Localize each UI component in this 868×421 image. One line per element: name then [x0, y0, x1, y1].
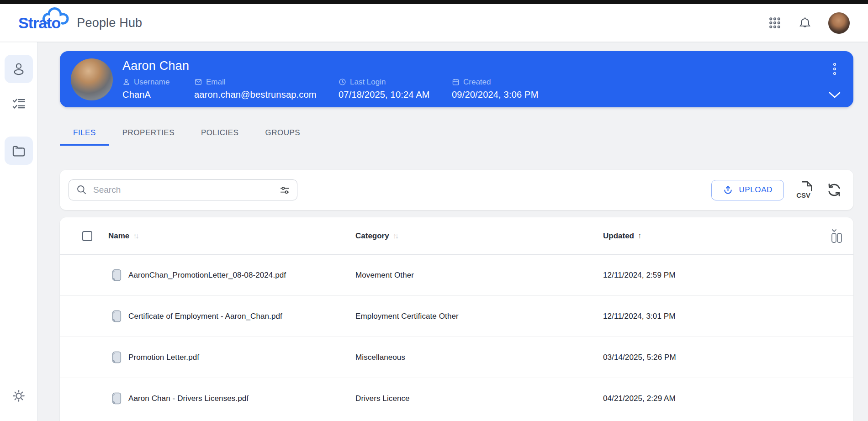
file-category: Employment Certificate Other: [355, 312, 603, 321]
page-title: People Hub: [77, 16, 142, 30]
file-updated: 12/11/2024, 3:01 PM: [603, 312, 675, 321]
page: Strato People Hub: [0, 0, 868, 421]
files-table: Name ↑↓ Category ↑↓ Updated ↑: [60, 217, 853, 421]
apps-grid-icon[interactable]: [768, 16, 782, 30]
settings-gear-icon[interactable]: [5, 382, 33, 410]
sort-icon[interactable]: ↑↓: [133, 232, 138, 240]
table-row[interactable]: Certificate of Employment - Aaron_Chan.p…: [60, 296, 853, 337]
account-avatar-image: [828, 12, 850, 34]
browser-top-strip: [0, 0, 868, 4]
tab[interactable]: GROUPS: [252, 122, 313, 146]
column-header-name[interactable]: Name: [108, 232, 129, 241]
sort-ascending-icon[interactable]: ↑: [638, 232, 642, 241]
app-header: Strato People Hub: [0, 4, 868, 42]
table-row[interactable]: AaronChan_PromotionLetter_08-08-2024.pdf…: [60, 255, 853, 296]
upload-label: UPLOAD: [739, 185, 773, 195]
user-avatar[interactable]: [828, 12, 850, 34]
file-category: Movement Other: [355, 271, 603, 280]
column-header-updated[interactable]: Updated: [603, 232, 634, 241]
strato-logo: Strato: [18, 14, 60, 32]
field-last-login: Last Login 07/18/2025, 10:24 AM: [339, 78, 452, 100]
file-updated: 04/21/2025, 2:29 AM: [603, 394, 676, 403]
file-name[interactable]: Promotion Letter.pdf: [128, 353, 199, 362]
sidebar-divider: [5, 129, 32, 129]
field-label: Created: [463, 78, 491, 87]
field-created: Created 09/20/2024, 3:06 PM: [452, 78, 539, 100]
table-row[interactable]: Promotion Letter.pdf Miscellaneous 03/14…: [60, 337, 853, 378]
file-updated: 12/11/2024, 2:59 PM: [603, 271, 675, 280]
file-category: Drivers Licence: [355, 394, 603, 403]
sidebar-item-checklist[interactable]: [5, 89, 33, 118]
file-name[interactable]: AaronChan_PromotionLetter_08-08-2024.pdf: [128, 271, 286, 280]
field-label: Username: [134, 78, 169, 87]
field-username: Username ChanA: [122, 78, 194, 100]
person-name: Aaron Chan: [122, 59, 539, 73]
brand-name: Strato: [18, 14, 60, 32]
document-icon: [111, 392, 122, 405]
table-body: AaronChan_PromotionLetter_08-08-2024.pdf…: [60, 255, 853, 419]
tab[interactable]: POLICIES: [188, 122, 252, 146]
field-label: Email: [206, 78, 226, 87]
upload-icon: [723, 185, 733, 195]
field-value: 09/20/2024, 3:06 PM: [452, 89, 539, 100]
field-value: 07/18/2025, 10:24 AM: [339, 89, 452, 100]
left-sidebar: [0, 42, 37, 421]
table-row[interactable]: Aaron Chan - Drivers Licenses.pdf Driver…: [60, 378, 853, 419]
clock-icon: [339, 78, 346, 86]
files-toolbar: UPLOAD CSV: [60, 170, 853, 210]
sort-icon[interactable]: ↑↓: [393, 232, 397, 240]
field-value: aaron.chan@bestrunsap.com: [194, 89, 339, 100]
search-box[interactable]: [69, 179, 297, 200]
tab-bar: FILES PROPERTIES POLICIES GROUPS: [60, 122, 853, 146]
profile-fields: Username ChanA Email aaron.chan@b: [122, 78, 539, 100]
select-all-checkbox[interactable]: [82, 231, 92, 241]
search-icon: [76, 184, 88, 196]
bell-icon[interactable]: [798, 16, 812, 30]
person-icon: [122, 78, 130, 86]
refresh-icon[interactable]: [826, 182, 842, 198]
file-updated: 03/14/2025, 5:26 PM: [603, 353, 676, 362]
calendar-icon: [452, 78, 460, 86]
file-name[interactable]: Certificate of Employment - Aaron_Chan.p…: [128, 312, 282, 321]
field-email: Email aaron.chan@bestrunsap.com: [194, 78, 339, 100]
main-content: Aaron Chan Username ChanA: [60, 42, 853, 421]
column-settings-icon[interactable]: [830, 228, 843, 244]
sidebar-item-files[interactable]: [5, 137, 33, 165]
document-icon: [111, 351, 122, 363]
search-input[interactable]: [93, 185, 279, 195]
field-value: ChanA: [122, 89, 194, 100]
file-name[interactable]: Aaron Chan - Drivers Licenses.pdf: [128, 394, 249, 403]
field-label: Last Login: [350, 78, 386, 87]
kebab-menu-icon[interactable]: [831, 62, 838, 78]
mail-icon: [194, 78, 202, 86]
tab[interactable]: FILES: [60, 122, 109, 146]
sidebar-item-people[interactable]: [5, 55, 33, 83]
export-csv-icon[interactable]: CSV: [796, 180, 814, 200]
profile-avatar: [71, 58, 113, 100]
file-category: Miscellaneous: [355, 353, 603, 362]
upload-button[interactable]: UPLOAD: [711, 180, 784, 200]
chevron-down-icon[interactable]: [828, 91, 842, 99]
table-header: Name ↑↓ Category ↑↓ Updated ↑: [60, 217, 853, 255]
csv-label: CSV: [796, 191, 810, 199]
document-icon: [111, 310, 122, 322]
filter-sliders-icon[interactable]: [279, 184, 291, 196]
document-icon: [111, 269, 122, 281]
profile-banner: Aaron Chan Username ChanA: [60, 51, 853, 107]
column-header-category[interactable]: Category: [355, 232, 389, 241]
tab[interactable]: PROPERTIES: [109, 122, 188, 146]
